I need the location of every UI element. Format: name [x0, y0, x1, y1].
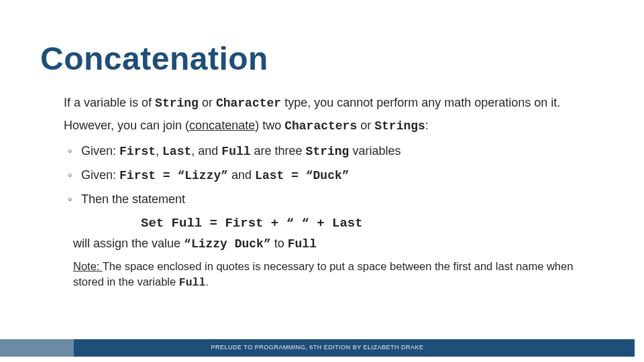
text: Then the statement — [81, 192, 185, 206]
code-strings: Strings — [374, 119, 425, 133]
text: , and — [191, 144, 221, 158]
code-character: Character — [216, 97, 281, 110]
code-first-assign: First = “Lizzy” — [119, 169, 228, 182]
text: : — [425, 119, 429, 132]
slide-body: If a variable is of String or Character … — [64, 94, 587, 295]
text: will assign the value — [73, 237, 184, 250]
text: and — [228, 168, 255, 182]
text: Given: — [81, 144, 119, 158]
text: . — [205, 276, 209, 288]
slide-title: Concatenation — [40, 40, 268, 77]
bullet-3: Then the statement — [81, 190, 587, 208]
text: or — [357, 119, 374, 132]
code-string: String — [155, 97, 199, 110]
note-label: Note: — [73, 260, 103, 272]
code-full-note: Full — [179, 276, 206, 289]
paragraph-2: However, you can join (concatenate) two … — [64, 117, 587, 135]
footer-text: PRELUDE TO PROGRAMMING, 6TH EDITION BY E… — [0, 344, 635, 351]
code-last: Last — [162, 145, 191, 158]
text: ) two — [255, 119, 284, 132]
text: However, you can join ( — [64, 119, 189, 132]
code-statement: Set Full = First + “ “ + Last — [64, 214, 587, 233]
text: to — [271, 237, 288, 250]
code-characters: Characters — [284, 119, 357, 133]
text: are three — [251, 144, 306, 158]
bullet-2: Given: First = “Lizzy” and Last = “Duck” — [81, 166, 587, 185]
text: or — [199, 96, 216, 109]
followup-line: will assign the value “Lizzy Duck” to Fu… — [64, 235, 587, 253]
code-full-var: Full — [288, 237, 317, 251]
code-string-type: String — [306, 145, 350, 158]
footer-bar: PRELUDE TO PROGRAMMING, 6TH EDITION BY E… — [0, 339, 635, 357]
underline-concatenate: concatenate — [189, 119, 255, 132]
code-last-assign: Last = “Duck” — [255, 169, 349, 182]
bullet-1: Given: First, Last, and Full are three S… — [81, 142, 587, 161]
code-full: Full — [221, 145, 250, 158]
text: variables — [349, 144, 400, 158]
note-text: The space enclosed in quotes is necessar… — [73, 260, 573, 288]
note-paragraph: Note: The space enclosed in quotes is ne… — [64, 259, 587, 292]
text: Given: — [81, 168, 119, 182]
text: , — [156, 144, 162, 158]
code-result: “Lizzy Duck” — [184, 237, 271, 251]
text: type, you cannot perform any math operat… — [281, 96, 560, 109]
text: If a variable is of — [64, 96, 155, 109]
code-first: First — [119, 145, 156, 158]
paragraph-1: If a variable is of String or Character … — [64, 94, 587, 113]
bullet-list: Given: First, Last, and Full are three S… — [64, 142, 587, 208]
